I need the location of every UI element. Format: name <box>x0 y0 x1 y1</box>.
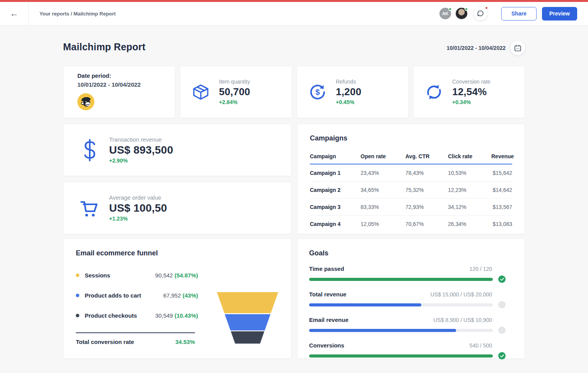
campaigns-card: Campaigns Campaign Open rate Avg. CTR Cl… <box>297 124 525 234</box>
campaign-name: Campaign 3 <box>310 198 361 216</box>
table-row[interactable]: Campaign 2 34,65% 75,32% 12,23% $14,642 <box>310 181 512 198</box>
column-header-click-rate[interactable]: Click rate <box>448 149 491 164</box>
legend-label: Product checkouts <box>85 312 137 319</box>
kpi-value: 50,700 <box>219 86 250 98</box>
column-header-open-rate[interactable]: Open rate <box>361 149 405 164</box>
goals-card: Goals Time passed 120 / 120 Total revenu… <box>297 239 525 359</box>
back-arrow-icon: ← <box>10 9 19 18</box>
checkouts-dot-icon <box>76 314 79 317</box>
goal-value: 540 / 500 <box>470 342 492 349</box>
cart-icon <box>79 197 101 219</box>
sync-icon <box>424 83 444 101</box>
legend-value: 30,549 (10.43%) <box>155 312 198 319</box>
share-button[interactable]: Share <box>501 7 537 21</box>
conversion-rate-card: Conversion rate 12,54% +0.34% <box>413 66 525 118</box>
campaigns-table: Campaign Open rate Avg. CTR Click rate R… <box>310 149 512 232</box>
total-conversion-label: Total conversion rate <box>76 339 134 345</box>
goal-item: Time passed 120 / 120 <box>309 265 512 283</box>
funnel-segment-checkouts[interactable] <box>231 331 265 344</box>
legend-label: Sessions <box>85 272 110 279</box>
preview-button[interactable]: Preview <box>542 7 577 21</box>
open-rate-value: 12,05% <box>361 216 405 233</box>
kpi-value: 1,200 <box>336 86 361 98</box>
click-rate-value: 26,34% <box>448 216 491 233</box>
avg-ctr-value: 78,43% <box>405 164 448 181</box>
package-icon <box>191 83 210 101</box>
progress-track <box>309 329 493 332</box>
goal-label: Total revenue <box>309 291 346 298</box>
progress-fill <box>309 278 493 281</box>
table-row[interactable]: Campaign 3 83,33% 72,93% 34,12% $13,567 <box>310 198 512 216</box>
legend-value: 67,952 (43%) <box>163 292 198 299</box>
chat-bubble-icon <box>477 10 484 17</box>
progress-track <box>309 278 493 281</box>
goal-item: Total revenue US$ 15,000 / US$ 20,000 <box>309 291 512 308</box>
revenue-value: $13,567 <box>491 198 512 216</box>
goal-value: US$ 15,000 / US$ 20,000 <box>430 291 492 298</box>
refund-icon: $ <box>308 83 327 101</box>
legend-value: 90,542 (54.87%) <box>155 272 198 279</box>
column-header-campaign[interactable]: Campaign <box>310 149 361 164</box>
open-rate-value: 34,65% <box>361 181 405 198</box>
list-item: Product checkouts 30,549 (10.43%) <box>76 312 198 319</box>
revenue-value: $13,083 <box>491 216 512 233</box>
click-rate-value: 12,23% <box>448 181 491 198</box>
campaign-name: Campaign 4 <box>310 216 361 233</box>
chat-button[interactable] <box>473 7 487 21</box>
online-dot <box>465 7 468 11</box>
avg-ctr-value: 75,32% <box>405 181 448 198</box>
calendar-icon <box>514 44 521 52</box>
goal-check-icon <box>498 352 506 359</box>
dollar-icon <box>79 139 101 161</box>
kpi-delta: +1.23% <box>109 216 167 222</box>
back-button[interactable]: ← <box>0 2 29 25</box>
item-quantity-card: Item quantity 50,700 +2.84% <box>180 66 292 118</box>
kpi-delta: +0.45% <box>336 99 361 105</box>
transaction-revenue-card: Transaction revenue US$ 893,500 +2.90% <box>63 124 291 176</box>
avg-ctr-value: 72,93% <box>405 198 448 216</box>
online-dot <box>448 7 452 11</box>
progress-track <box>309 354 493 358</box>
funnel-title: Email ecommerce funnel <box>76 249 279 257</box>
legend-label: Product adds to cart <box>85 292 141 299</box>
refunds-card: $ Refunds 1,200 +0.45% <box>297 66 409 118</box>
open-rate-value: 23,43% <box>361 164 405 181</box>
total-divider <box>76 332 195 333</box>
funnel-segment-sessions[interactable] <box>217 292 278 313</box>
adds-to-cart-dot-icon <box>76 294 79 297</box>
notification-dot <box>485 6 488 10</box>
breadcrumb: Your reports / Mailchimp Report <box>39 11 116 17</box>
avatar-initials-text: AK <box>442 11 448 16</box>
mailchimp-logo-icon <box>77 93 94 110</box>
goal-item: Conversions 540 / 500 <box>309 342 512 359</box>
list-item: Product adds to cart 67,952 (43%) <box>76 292 198 299</box>
column-header-avg-ctr[interactable]: Avg. CTR <box>405 149 448 164</box>
kpi-value: US$ 893,500 <box>109 144 173 156</box>
kpi-label: Transaction revenue <box>109 136 173 143</box>
date-period-value: 10/01/2022 - 10/04/2022 <box>77 81 175 88</box>
goal-label: Time passed <box>309 265 344 272</box>
avatar-photo[interactable] <box>456 8 467 19</box>
table-row[interactable]: Campaign 1 23,43% 78,43% 10,53% $15,642 <box>310 164 512 181</box>
click-rate-value: 34,12% <box>448 198 491 216</box>
campaign-name: Campaign 1 <box>310 164 361 181</box>
kpi-label: Conversion rate <box>452 79 491 85</box>
calendar-button[interactable] <box>510 41 525 55</box>
goal-pending-icon <box>498 327 506 334</box>
column-header-revenue[interactable]: Revenue <box>491 149 512 164</box>
goal-value: US$ 8,900 / US$ 10,900 <box>433 317 492 323</box>
progress-track <box>309 303 493 306</box>
svg-text:$: $ <box>315 88 320 96</box>
kpi-value: US$ 100,50 <box>109 202 167 214</box>
kpi-label: Item quantity <box>219 79 250 85</box>
campaign-name: Campaign 2 <box>310 181 361 198</box>
funnel-segment-adds-to-cart[interactable] <box>225 314 270 330</box>
avatar-initials[interactable]: AK <box>439 8 451 19</box>
kpi-delta: +2.84% <box>219 99 250 105</box>
progress-fill <box>309 354 493 358</box>
progress-fill <box>309 329 456 332</box>
funnel-chart <box>217 285 279 352</box>
table-row[interactable]: Campaign 4 12,05% 70,67% 26,34% $13,083 <box>310 216 512 233</box>
avg-ctr-value: 70,67% <box>405 216 448 233</box>
total-conversion-value: 34.53% <box>175 339 195 345</box>
